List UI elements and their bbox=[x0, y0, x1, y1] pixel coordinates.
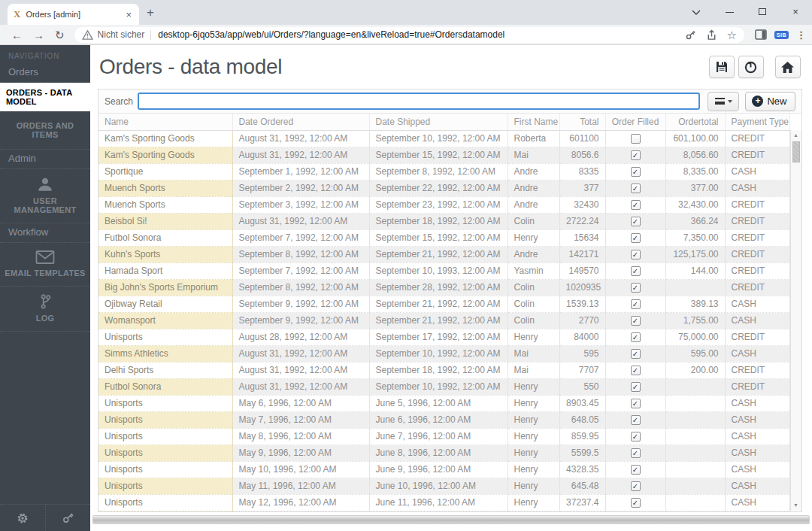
date-ordered-cell: May 7, 1996, 12:00 AM bbox=[232, 411, 369, 428]
column-header-date-ordered[interactable]: Date Ordered bbox=[232, 114, 369, 130]
extension-badge[interactable]: SIB bbox=[774, 31, 789, 39]
checkbox-checked[interactable]: ✓ bbox=[631, 349, 641, 359]
browser-tab[interactable]: X Orders [admin] × bbox=[8, 4, 139, 25]
forward-icon[interactable]: → bbox=[33, 29, 44, 41]
save-button[interactable] bbox=[709, 56, 735, 78]
browser-menu-icon[interactable]: ⋮ bbox=[796, 29, 806, 41]
table-row[interactable]: UnisportsMay 12, 1996, 12:00 AMJune 11, … bbox=[98, 494, 789, 511]
grid-menu-button[interactable] bbox=[707, 92, 739, 111]
new-record-button[interactable]: + New bbox=[745, 92, 795, 111]
checkbox-checked[interactable]: ✓ bbox=[631, 283, 641, 293]
checkbox-checked[interactable]: ✓ bbox=[631, 200, 641, 210]
total-cell: 142171 bbox=[559, 246, 605, 262]
table-row[interactable]: UnisportsMay 9, 1996, 12:00 AMJune 8, 19… bbox=[98, 445, 789, 461]
checkbox-checked[interactable]: ✓ bbox=[631, 382, 641, 392]
vertical-scrollbar[interactable]: ▲ ▼ bbox=[790, 130, 801, 511]
back-icon[interactable]: ← bbox=[11, 29, 23, 41]
share-icon[interactable] bbox=[706, 29, 717, 41]
checkbox-checked[interactable]: ✓ bbox=[631, 332, 641, 342]
table-row[interactable]: Simms AthleticsAugust 31, 1992, 12:00 AM… bbox=[98, 345, 789, 362]
name-cell: Unisports bbox=[98, 395, 232, 411]
checkbox-checked[interactable]: ✓ bbox=[631, 184, 641, 193]
table-row[interactable]: UnisportsMay 10, 1996, 12:00 AMJune 9, 1… bbox=[98, 461, 789, 478]
table-row[interactable]: WomansportSeptember 9, 1992, 12:00 AMSep… bbox=[98, 312, 789, 329]
search-input[interactable] bbox=[138, 93, 700, 110]
column-header-order-filled[interactable]: Order Filled bbox=[605, 114, 665, 130]
password-key-icon[interactable] bbox=[685, 29, 697, 41]
history-button[interactable] bbox=[738, 56, 764, 78]
checkbox-checked[interactable]: ✓ bbox=[631, 465, 641, 475]
settings-button[interactable] bbox=[0, 505, 45, 531]
key-button[interactable] bbox=[45, 505, 91, 531]
scroll-down-icon[interactable]: ▼ bbox=[791, 500, 801, 511]
sidebar: NAVIGATION Orders ORDERS - DATA MODEL OR… bbox=[0, 45, 90, 531]
column-header-date-shipped[interactable]: Date Shipped bbox=[369, 114, 508, 130]
column-header-name[interactable]: Name bbox=[98, 114, 232, 130]
checkbox-checked[interactable]: ✓ bbox=[631, 432, 641, 441]
table-row[interactable]: Futbol SonoraAugust 31, 1992, 12:00 AMSe… bbox=[98, 378, 789, 395]
table-row[interactable]: UnisportsMay 8, 1996, 12:00 AMJune 7, 19… bbox=[98, 428, 789, 445]
bookmark-star-icon[interactable]: ☆ bbox=[726, 29, 736, 41]
sidebar-section-workflow[interactable]: Workflow bbox=[0, 223, 90, 243]
security-label[interactable]: Nicht sicher bbox=[98, 29, 145, 40]
checkbox-checked[interactable]: ✓ bbox=[631, 498, 641, 508]
reload-icon[interactable]: ↻ bbox=[55, 29, 65, 41]
sidebar-item-log[interactable]: LOG bbox=[0, 287, 90, 332]
table-row[interactable]: Muench SportsSeptember 3, 1992, 12:00 AM… bbox=[98, 196, 789, 213]
column-header-ordertotal[interactable]: Ordertotal bbox=[665, 114, 725, 130]
column-header-payment-type[interactable]: Payment Type bbox=[725, 114, 789, 130]
scroll-up-icon[interactable]: ▲ bbox=[791, 130, 801, 141]
sidebar-item-user-management[interactable]: USER MANAGEMENT bbox=[0, 169, 90, 223]
table-row[interactable]: Kuhn's SportsSeptember 8, 1992, 12:00 AM… bbox=[98, 246, 789, 262]
column-header-first-name[interactable]: First Name bbox=[508, 114, 559, 130]
home-button[interactable] bbox=[775, 56, 801, 78]
sidebar-section-orders[interactable]: Orders bbox=[0, 63, 90, 83]
checkbox-checked[interactable]: ✓ bbox=[631, 167, 641, 177]
table-row[interactable]: Delhi SportsAugust 31, 1992, 12:00 AMSep… bbox=[98, 362, 789, 378]
sidebar-item-email-templates[interactable]: EMAIL TEMPLATES bbox=[0, 243, 90, 287]
table-row[interactable]: Big John's Sports EmporiumSeptember 8, 1… bbox=[98, 279, 789, 296]
envelope-icon bbox=[35, 250, 55, 265]
checkbox-checked[interactable]: ✓ bbox=[631, 299, 641, 309]
table-row[interactable]: UnisportsMay 7, 1996, 12:00 AMJune 6, 19… bbox=[98, 411, 789, 428]
table-row[interactable]: Kam's Sporting GoodsAugust 31, 1992, 12:… bbox=[98, 147, 789, 163]
window-chevron-icon[interactable] bbox=[680, 6, 713, 17]
checkbox-checked[interactable]: ✓ bbox=[631, 233, 641, 243]
date-ordered-cell: September 7, 1992, 12:00 AM bbox=[232, 229, 369, 246]
checkbox-checked[interactable]: ✓ bbox=[631, 266, 641, 276]
table-row[interactable]: Kam's Sporting GoodsAugust 31, 1992, 12:… bbox=[98, 130, 789, 147]
checkbox-checked[interactable]: ✓ bbox=[631, 217, 641, 226]
table-row[interactable]: UnisportsMay 6, 1996, 12:00 AMJune 5, 19… bbox=[98, 395, 789, 411]
sidebar-item-orders-data-model[interactable]: ORDERS - DATA MODEL bbox=[0, 83, 90, 111]
table-row[interactable]: UnisportsAugust 28, 1992, 12:00 AMSeptem… bbox=[98, 329, 789, 345]
table-row[interactable]: Muench SportsSeptember 2, 1992, 12:00 AM… bbox=[98, 180, 789, 196]
table-row[interactable]: Futbol SonoraSeptember 7, 1992, 12:00 AM… bbox=[98, 229, 789, 246]
table-row[interactable]: SportiqueSeptember 1, 1992, 12:00 AMSept… bbox=[98, 163, 789, 180]
table-row[interactable]: Beisbol Si!August 31, 1992, 12:00 AMSept… bbox=[98, 213, 789, 229]
tab-close-icon[interactable]: × bbox=[124, 9, 133, 20]
sidebar-item-orders-and-items[interactable]: ORDERS AND ITEMS bbox=[0, 111, 90, 150]
checkbox-unchecked[interactable] bbox=[631, 134, 641, 144]
checkbox-checked[interactable]: ✓ bbox=[631, 366, 641, 375]
checkbox-checked[interactable]: ✓ bbox=[631, 150, 641, 160]
table-row[interactable]: UnisportsMay 11, 1996, 12:00 AMJune 10, … bbox=[98, 478, 789, 494]
table-row[interactable]: Hamada SportSeptember 7, 1992, 12:00 AMS… bbox=[98, 262, 789, 279]
scrollbar-thumb[interactable] bbox=[792, 141, 800, 162]
reading-list-icon[interactable] bbox=[755, 29, 767, 40]
column-header-total[interactable]: Total bbox=[559, 114, 605, 130]
horizontal-scrollbar[interactable] bbox=[92, 515, 810, 524]
checkbox-checked[interactable]: ✓ bbox=[631, 399, 641, 408]
window-minimize-button[interactable] bbox=[713, 6, 746, 17]
url-text[interactable]: desktop-6jqo53a/app/web/ui/Orders/?langu… bbox=[158, 29, 677, 40]
checkbox-checked[interactable]: ✓ bbox=[631, 316, 641, 326]
window-close-button[interactable]: × bbox=[779, 6, 812, 17]
window-maximize-button[interactable] bbox=[746, 6, 779, 17]
checkbox-checked[interactable]: ✓ bbox=[631, 481, 641, 491]
table-row[interactable]: Ojibway RetailSeptember 9, 1992, 12:00 A… bbox=[98, 296, 789, 312]
sidebar-section-admin[interactable]: Admin bbox=[0, 150, 90, 169]
new-tab-button[interactable]: + bbox=[147, 5, 154, 20]
address-bar[interactable]: Nicht sicher desktop-6jqo53a/app/web/ui/… bbox=[74, 27, 744, 43]
checkbox-checked[interactable]: ✓ bbox=[631, 250, 641, 259]
checkbox-checked[interactable]: ✓ bbox=[631, 448, 641, 458]
checkbox-checked[interactable]: ✓ bbox=[631, 415, 641, 425]
